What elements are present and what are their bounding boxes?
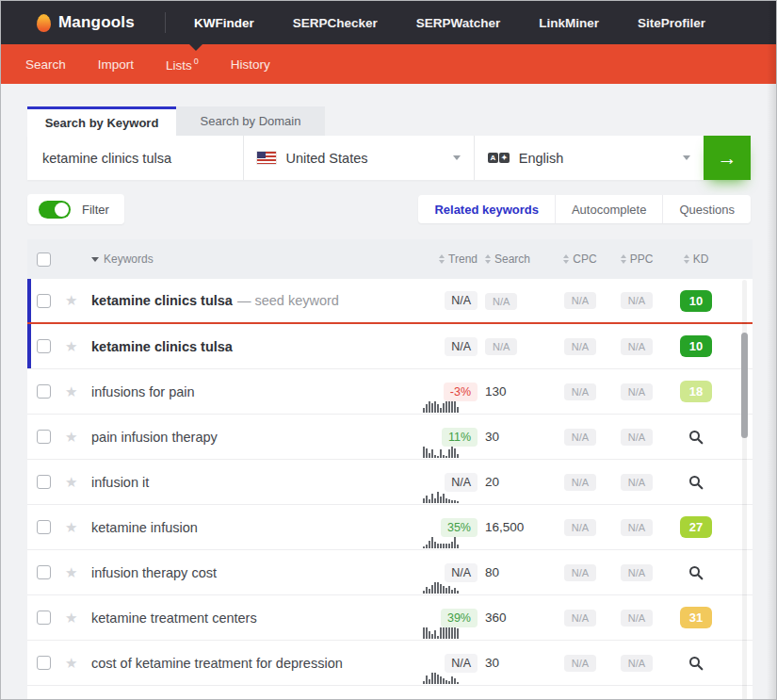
tab-questions[interactable]: Questions bbox=[662, 195, 751, 223]
favorite-star-icon[interactable]: ★ bbox=[65, 610, 77, 627]
favorite-star-icon[interactable]: ★ bbox=[65, 429, 77, 446]
cpc-cell: N/A bbox=[553, 564, 607, 581]
kd-search-icon[interactable] bbox=[688, 565, 704, 580]
header-trend[interactable]: Trend bbox=[421, 252, 478, 266]
lists-count-badge: 0 bbox=[194, 57, 199, 66]
search-mode-tabs: Search by Keyword Search by Domain bbox=[27, 106, 751, 136]
trend-sparkline bbox=[423, 627, 459, 639]
select-all-checkbox[interactable] bbox=[37, 252, 51, 267]
favorite-star-icon[interactable]: ★ bbox=[65, 383, 77, 400]
keyword-text[interactable]: infusions for pain bbox=[91, 384, 195, 399]
row-checkbox[interactable] bbox=[37, 339, 51, 353]
ppc-cell: N/A bbox=[607, 383, 666, 400]
keywords-table: Keywords Trend Search CPC PPC KD ★ ketam… bbox=[27, 239, 753, 700]
header-kd[interactable]: KD bbox=[666, 252, 753, 266]
keyword-text[interactable]: ketamine treatment centers bbox=[91, 610, 257, 626]
table-row[interactable]: ★ infusion therapy cost N/A 80 N/A N/A bbox=[27, 550, 753, 595]
favorite-star-icon[interactable]: ★ bbox=[65, 655, 77, 672]
cpc-badge: N/A bbox=[564, 474, 596, 491]
kd-search-icon[interactable] bbox=[688, 430, 704, 445]
favorite-star-icon[interactable]: ★ bbox=[65, 338, 77, 355]
row-checkbox[interactable] bbox=[37, 610, 51, 625]
nav-kwfinder[interactable]: KWFinder bbox=[194, 16, 254, 30]
filter-caret-icon bbox=[91, 257, 99, 262]
kd-cell: 18 bbox=[666, 381, 753, 402]
star-cell: ★ bbox=[65, 519, 91, 536]
ppc-cell: N/A bbox=[607, 338, 666, 355]
header-cpc[interactable]: CPC bbox=[553, 252, 607, 266]
table-row[interactable]: ★ ketamine clinics tulsa— seed keyword N… bbox=[27, 279, 753, 324]
keyword-text[interactable]: infusion therapy cost bbox=[91, 565, 217, 580]
cpc-badge: N/A bbox=[564, 292, 596, 309]
keyword-cell: infusion it bbox=[91, 475, 421, 490]
subnav-lists[interactable]: Lists0 bbox=[166, 57, 199, 73]
tab-autocomplete[interactable]: Autocomplete bbox=[555, 195, 663, 223]
row-checkbox[interactable] bbox=[37, 656, 51, 670]
row-checkbox[interactable] bbox=[37, 384, 51, 399]
search-volume: 30 bbox=[478, 430, 553, 444]
row-checkbox[interactable] bbox=[37, 475, 51, 489]
row-checkbox[interactable] bbox=[37, 430, 51, 444]
header-search[interactable]: Search bbox=[478, 252, 553, 266]
scrollbar-thumb[interactable] bbox=[741, 333, 748, 438]
table-row[interactable]: ★ pain infusion therapy 11% 30 N/A N/A bbox=[27, 415, 753, 460]
trend-sparkline bbox=[423, 537, 459, 548]
cpc-cell: N/A bbox=[553, 429, 607, 446]
keyword-cell: infusions for pain bbox=[91, 384, 421, 399]
table-row[interactable]: ★ ketamine clinics tulsa N/A N/A N/A N/A… bbox=[27, 324, 753, 369]
keyword-text[interactable]: ketamine infusion bbox=[91, 520, 198, 535]
checkbox-cell bbox=[27, 610, 65, 625]
search-submit-button[interactable]: → bbox=[704, 136, 751, 180]
filter-toggle-card[interactable]: Filter bbox=[27, 194, 124, 224]
cpc-cell: N/A bbox=[553, 474, 607, 491]
subnav-import[interactable]: Import bbox=[98, 57, 134, 72]
ppc-cell: N/A bbox=[607, 429, 666, 446]
table-row[interactable]: ★ cost of ketamine treatment for depress… bbox=[27, 641, 753, 686]
location-select[interactable]: United States bbox=[243, 136, 473, 180]
subnav-search[interactable]: Search bbox=[25, 57, 66, 72]
keyword-text[interactable]: ketamine clinics tulsa bbox=[91, 339, 233, 354]
filter-toggle-switch[interactable] bbox=[39, 201, 71, 219]
product-nav: KWFinder SERPChecker SERPWatcher LinkMin… bbox=[194, 16, 705, 30]
keyword-cell: pain infusion therapy bbox=[91, 430, 421, 445]
trend-cell: 35% bbox=[421, 505, 478, 549]
mangools-logo[interactable]: Mangools bbox=[37, 13, 135, 32]
table-header: Keywords Trend Search CPC PPC KD bbox=[27, 239, 753, 279]
checkbox-cell bbox=[27, 475, 65, 489]
tab-search-by-domain[interactable]: Search by Domain bbox=[176, 106, 325, 136]
keyword-text[interactable]: infusion it bbox=[91, 475, 149, 490]
favorite-star-icon[interactable]: ★ bbox=[65, 474, 77, 491]
favorite-star-icon[interactable]: ★ bbox=[65, 292, 77, 309]
subnav-history[interactable]: History bbox=[231, 57, 270, 72]
nav-serpwatcher[interactable]: SERPWatcher bbox=[416, 16, 501, 30]
kd-search-icon[interactable] bbox=[688, 656, 704, 671]
checkbox-cell bbox=[27, 565, 65, 579]
table-row[interactable]: ★ infusions for pain -3% 130 N/A N/A 18 bbox=[27, 369, 753, 415]
table-row[interactable]: ★ ketamine treatment centers 39% 360 N/A… bbox=[27, 595, 753, 641]
keyword-text[interactable]: cost of ketamine treatment for depressio… bbox=[91, 656, 343, 671]
language-select[interactable]: A✦ English bbox=[474, 136, 704, 180]
star-cell: ★ bbox=[65, 474, 91, 491]
row-checkbox[interactable] bbox=[37, 565, 51, 579]
keyword-input[interactable] bbox=[27, 136, 243, 180]
nav-linkminer[interactable]: LinkMiner bbox=[539, 16, 599, 30]
keyword-text[interactable]: ketamine clinics tulsa bbox=[91, 293, 233, 308]
nav-siteprofiler[interactable]: SiteProfiler bbox=[638, 16, 705, 30]
table-row[interactable]: ★ infusion it N/A 20 N/A N/A bbox=[27, 460, 753, 505]
header-ppc[interactable]: PPC bbox=[607, 252, 666, 266]
nav-serpchecker[interactable]: SERPChecker bbox=[293, 16, 378, 30]
header-keywords[interactable]: Keywords bbox=[91, 252, 421, 266]
kd-search-icon[interactable] bbox=[688, 475, 704, 490]
filter-bar: Filter Related keywords Autocomplete Que… bbox=[27, 194, 751, 224]
table-row[interactable]: ★ ketamine infusion 35% 16,500 N/A N/A 2… bbox=[27, 505, 753, 550]
tab-related-keywords[interactable]: Related keywords bbox=[418, 195, 555, 223]
favorite-star-icon[interactable]: ★ bbox=[65, 564, 77, 581]
favorite-star-icon[interactable]: ★ bbox=[65, 519, 77, 536]
tab-search-by-keyword[interactable]: Search by Keyword bbox=[27, 106, 176, 136]
row-checkbox[interactable] bbox=[37, 294, 51, 308]
kd-badge: 10 bbox=[680, 335, 712, 357]
sort-icon bbox=[485, 254, 491, 264]
active-app-notch bbox=[189, 44, 202, 51]
keyword-text[interactable]: pain infusion therapy bbox=[91, 430, 218, 445]
row-checkbox[interactable] bbox=[37, 520, 51, 534]
